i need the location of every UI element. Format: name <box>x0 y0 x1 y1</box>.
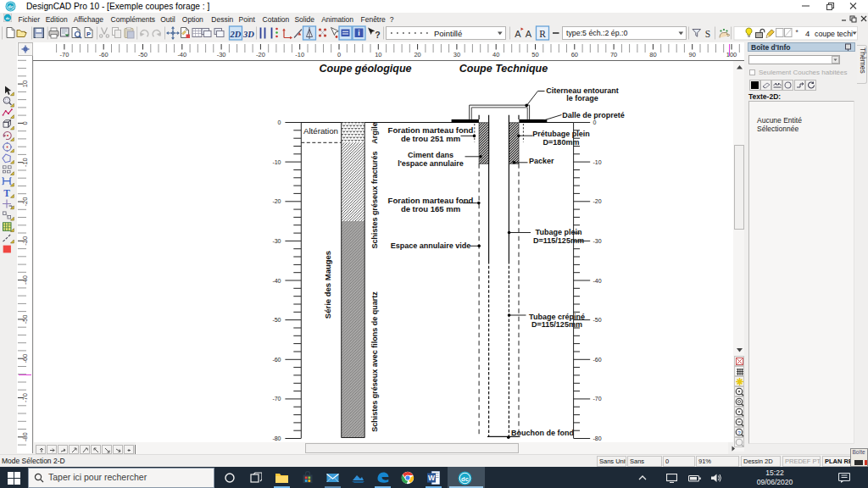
svg-text:-70: -70 <box>21 393 29 402</box>
svg-text:D=115/125mm: D=115/125mm <box>533 236 584 245</box>
svg-text:de trou 251 mm: de trou 251 mm <box>401 134 460 143</box>
svg-text:Schistes gréseux avec filons d: Schistes gréseux avec filons de quartz <box>370 291 379 432</box>
svg-text:-70: -70 <box>59 51 69 58</box>
svg-text:-10: -10 <box>272 159 281 165</box>
svg-text:T: T <box>3 188 10 198</box>
svg-text:?: ? <box>737 430 741 435</box>
svg-text:-20: -20 <box>21 197 29 207</box>
svg-text:10: 10 <box>375 51 381 58</box>
svg-text:W: W <box>428 474 436 482</box>
svg-text:Prétubage plein: Prétubage plein <box>532 130 590 138</box>
svg-text:-80: -80 <box>272 435 281 441</box>
svg-text:-30: -30 <box>217 51 226 58</box>
svg-text:3D: 3D <box>242 30 254 39</box>
svg-text:dc: dc <box>8 4 13 9</box>
svg-text:10: 10 <box>21 80 29 87</box>
svg-text:Pointillé: Pointillé <box>434 29 462 38</box>
svg-text:-40: -40 <box>593 278 602 284</box>
svg-text:-60: -60 <box>593 357 602 363</box>
svg-text:-30: -30 <box>21 236 29 246</box>
svg-text:coupe techi: coupe techi <box>815 30 853 38</box>
svg-text:0: 0 <box>593 119 597 125</box>
svg-text:-10: -10 <box>593 159 602 165</box>
svg-text:-50: -50 <box>272 317 281 323</box>
svg-text:0: 0 <box>278 119 281 125</box>
svg-text:D=180mm: D=180mm <box>543 138 580 147</box>
svg-text:-80: -80 <box>593 435 602 441</box>
svg-text:dc: dc <box>461 475 469 483</box>
svg-text:-60: -60 <box>272 357 281 363</box>
svg-text:-20: -20 <box>272 198 281 204</box>
svg-text:de trou 165 mm: de trou 165 mm <box>401 204 460 214</box>
svg-text:100: 100 <box>726 51 737 58</box>
svg-text:-30: -30 <box>272 238 281 244</box>
svg-text:A: A <box>526 29 532 39</box>
svg-text:le forage: le forage <box>566 94 598 103</box>
svg-text:-50: -50 <box>138 51 147 58</box>
svg-text:50: 50 <box>531 51 538 58</box>
svg-text:Coupe géologique: Coupe géologique <box>319 63 411 75</box>
svg-text:Bouchon de fond: Bouchon de fond <box>511 429 574 437</box>
svg-text:R: R <box>539 29 546 39</box>
svg-text:30: 30 <box>453 51 460 58</box>
svg-text:?: ? <box>375 30 380 40</box>
svg-text:20: 20 <box>414 51 420 58</box>
svg-text:Coupe Technique: Coupe Technique <box>459 63 548 75</box>
svg-text:90: 90 <box>689 51 696 58</box>
svg-text:0: 0 <box>337 51 341 58</box>
svg-text:-50: -50 <box>21 314 29 324</box>
svg-text:dc: dc <box>6 16 10 20</box>
svg-text:i: i <box>358 29 359 37</box>
svg-text:40: 40 <box>492 51 499 58</box>
svg-text:-40: -40 <box>272 278 281 284</box>
svg-text:-30: -30 <box>593 238 602 244</box>
svg-text:2D: 2D <box>230 30 242 39</box>
svg-text:0: 0 <box>21 121 29 125</box>
svg-text:-70: -70 <box>593 396 602 402</box>
svg-text:Ciment dans: Ciment dans <box>408 151 453 159</box>
svg-text:l'espace annulaire: l'espace annulaire <box>398 159 464 168</box>
svg-text:Argile: Argile <box>370 122 379 144</box>
svg-text:D=115/125mm: D=115/125mm <box>531 320 582 329</box>
svg-text:-40: -40 <box>21 275 29 285</box>
svg-text:80: 80 <box>649 51 656 58</box>
svg-text:Tubage plein: Tubage plein <box>536 228 582 236</box>
svg-text:Série des Mauges: Série des Mauges <box>323 251 332 319</box>
svg-text:Espace annulaire vide: Espace annulaire vide <box>391 241 471 250</box>
svg-text:Tubage crépiné: Tubage crépiné <box>529 313 585 321</box>
svg-text:-50: -50 <box>593 317 602 323</box>
svg-text:-60: -60 <box>21 354 29 363</box>
svg-text:-80: -80 <box>21 432 29 441</box>
svg-text:Citerneau entourant: Citerneau entourant <box>546 86 619 95</box>
svg-text:S: S <box>705 29 710 39</box>
svg-text:-60: -60 <box>99 51 108 58</box>
svg-text:4: 4 <box>805 29 810 38</box>
svg-text:type:5 éch.:2 ép.:0: type:5 éch.:2 ép.:0 <box>566 29 627 37</box>
svg-text:Packer: Packer <box>529 157 554 165</box>
svg-text:P: P <box>86 30 91 38</box>
svg-text:Schistes gréseux fracturés: Schistes gréseux fracturés <box>370 151 379 248</box>
svg-text:-10: -10 <box>295 51 304 58</box>
svg-text:-40: -40 <box>177 51 186 58</box>
svg-text:-70: -70 <box>272 396 281 402</box>
svg-text:70: 70 <box>610 51 617 58</box>
svg-text:-10: -10 <box>21 158 29 167</box>
svg-text:60: 60 <box>571 51 578 58</box>
svg-text:Dalle de propreté: Dalle de propreté <box>562 111 625 119</box>
svg-text:Altération: Altération <box>303 126 338 136</box>
svg-text:-20: -20 <box>593 198 602 204</box>
svg-text:-20: -20 <box>256 51 265 58</box>
svg-text:A: A <box>515 29 521 39</box>
